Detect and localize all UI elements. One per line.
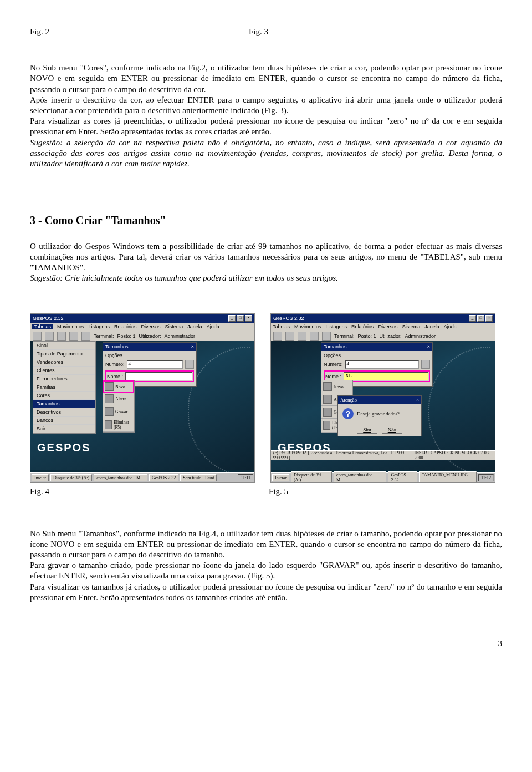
menu-janela[interactable]: Janela (424, 324, 439, 329)
menu-listagens[interactable]: Listagens (326, 324, 347, 329)
section-heading: 3 - Como Criar "Tamanhos" (30, 214, 502, 228)
dialog-close-icon[interactable]: × (191, 344, 194, 349)
menu-sistema[interactable]: Sistema (165, 324, 183, 329)
toolbar-icon[interactable] (69, 332, 78, 341)
gravar-icon (105, 407, 114, 416)
menubar: Tabelas Movimentos Listagens Relatórios … (30, 323, 254, 331)
toolbar-icon[interactable] (81, 332, 90, 341)
fig3-label: Fig. 3 (249, 27, 268, 37)
alert-yes-button[interactable]: Sim (357, 426, 377, 434)
gravar-button[interactable]: Gravar (103, 405, 134, 418)
toolbar-icon[interactable] (45, 332, 54, 341)
search-icon[interactable] (185, 360, 194, 369)
dialog-close-icon[interactable]: × (427, 344, 430, 349)
taskbar-item[interactable]: TAMANHO_MENU.JPG -… (419, 471, 477, 483)
menu-movimentos[interactable]: Movimentos (57, 324, 84, 329)
paragraph-4: Sugestão: a selecção da cor na respectiv… (30, 138, 502, 170)
toolbar-icon[interactable] (298, 332, 306, 341)
menu-ajuda[interactable]: Ajuda (444, 324, 457, 329)
toolbar-icon[interactable] (285, 332, 294, 341)
dropdown-item-cores[interactable]: Cores (33, 392, 95, 400)
menu-sistema[interactable]: Sistema (402, 324, 421, 329)
opcoes-label: Opções (324, 353, 430, 358)
dropdown-item-familias[interactable]: Famílias (33, 383, 95, 392)
taskbar-item[interactable]: Disquete de 3½ (A:) (50, 474, 92, 481)
maximize-button[interactable]: □ (237, 315, 244, 322)
screenshot-fig4: GesPOS 2.32 _ □ × Tabelas Movimentos Lis… (30, 313, 255, 483)
maximize-button[interactable]: □ (477, 315, 484, 322)
altera-icon (105, 394, 114, 403)
alert-close-icon[interactable]: × (416, 397, 419, 403)
nome-input[interactable]: XL (344, 372, 428, 380)
alert-title: Atenção (340, 397, 357, 403)
sugestao-lead-1: Sugestão: (30, 138, 63, 147)
start-button[interactable]: Iniciar (272, 474, 289, 481)
alert-no-button[interactable]: Não (382, 426, 402, 434)
toolbar-icon[interactable] (33, 332, 42, 341)
taskbar: Iniciar Disquete de 3½ (A:) cores_tamanh… (271, 472, 495, 482)
taskbar-item[interactable]: Disquete de 3½ (A:) (291, 471, 332, 483)
taskbar-item[interactable]: cores_tamanhos.doc - M… (94, 474, 147, 481)
toolbar-posto-label: Posto: 1 (117, 333, 136, 339)
fig2-label: Fig. 2 (30, 27, 49, 37)
novo-button[interactable]: Novo (321, 380, 352, 393)
eliminar-icon (323, 421, 330, 430)
search-icon[interactable] (421, 360, 430, 369)
dropdown-item-clientes[interactable]: Clientes (33, 367, 95, 375)
dropdown-item-sinal[interactable]: Sinal (33, 342, 95, 350)
window-titlebar: GesPOS 2.32 _ □ × (30, 314, 254, 323)
paragraph-9: Para visualizar os tamanhos já criados, … (30, 582, 502, 603)
taskbar: Iniciar Disquete de 3½ (A:) cores_tamanh… (30, 472, 254, 482)
minimize-button[interactable]: _ (469, 315, 476, 322)
toolbar: Terminal: Posto: 1 Utilizador: Administr… (30, 331, 254, 341)
taskbar-item[interactable]: GesPOS 2.32 (388, 471, 417, 483)
toolbar-icon[interactable] (310, 332, 319, 341)
menu-diversos[interactable]: Diversos (141, 324, 161, 329)
taskbar-item[interactable]: Sem título - Paint (180, 474, 217, 481)
toolbar-icon[interactable] (57, 332, 66, 341)
opcoes-label: Opções (105, 353, 194, 358)
eliminar-button[interactable]: Eliminar (F5) (103, 418, 134, 432)
dropdown-item-descritivos[interactable]: Descritivos (33, 408, 95, 417)
statusbar-indicators: INSERT CAPSLOCK NUMLOCK 07-03-2000 (415, 450, 493, 460)
dropdown-item-vendedores[interactable]: Vendedores (33, 358, 95, 367)
menu-relatorios[interactable]: Relatórios (114, 324, 137, 329)
menu-tabelas[interactable]: Tabelas (273, 324, 290, 329)
nome-input[interactable] (125, 372, 192, 380)
alert-message: Deseja gravar dados? (357, 411, 400, 417)
toolbar-posto-label: Posto: 1 (358, 333, 376, 339)
menu-movimentos[interactable]: Movimentos (294, 324, 321, 329)
dropdown-item-tamanhos[interactable]: Tamanhos (33, 400, 95, 408)
close-button[interactable]: × (245, 315, 252, 322)
dropdown-item-sair[interactable]: Sair (33, 425, 95, 433)
numero-input[interactable]: 4 (127, 360, 183, 369)
toolbar-terminal-label: Terminal: (334, 333, 355, 339)
start-button[interactable]: Iniciar (32, 474, 49, 481)
taskbar-item[interactable]: GesPOS 2.32 (149, 474, 178, 481)
menubar: Tabelas Movimentos Listagens Relatórios … (271, 323, 495, 331)
menu-listagens[interactable]: Listagens (89, 324, 110, 329)
nome-label: Nome : (325, 374, 341, 379)
toolbar-icon[interactable] (273, 332, 282, 341)
close-button[interactable]: × (485, 315, 493, 322)
sugestao-lead-2: Sugestão: (30, 273, 63, 282)
dropdown-item-bancos[interactable]: Bancos (33, 417, 95, 425)
menu-janela[interactable]: Janela (187, 324, 202, 329)
menu-diversos[interactable]: Diversos (378, 324, 398, 329)
figure-labels-bottom: Fig. 4 Fig. 5 (30, 486, 502, 497)
alert-titlebar: Atenção × (338, 396, 421, 404)
question-icon: ? (342, 408, 354, 419)
minimize-button[interactable]: _ (228, 315, 236, 322)
menu-tabelas[interactable]: Tabelas (32, 324, 53, 329)
numero-label: Numero: (324, 362, 343, 367)
taskbar-item[interactable]: cores_tamanhos.doc - M… (334, 471, 386, 483)
dropdown-item-fornecedores[interactable]: Fornecedores (33, 375, 95, 383)
numero-input[interactable]: 4 (345, 360, 419, 369)
novo-button[interactable]: Novo (103, 380, 134, 393)
menu-relatorios[interactable]: Relatórios (351, 324, 374, 329)
paragraph-5: O utilizador do Gespos Windows tem a pos… (30, 241, 502, 273)
altera-button[interactable]: Altera (103, 393, 134, 405)
menu-ajuda[interactable]: Ajuda (207, 324, 219, 329)
dropdown-item-tipospag[interactable]: Tipos de Pagamento (33, 350, 95, 358)
toolbar-icon[interactable] (322, 332, 331, 341)
